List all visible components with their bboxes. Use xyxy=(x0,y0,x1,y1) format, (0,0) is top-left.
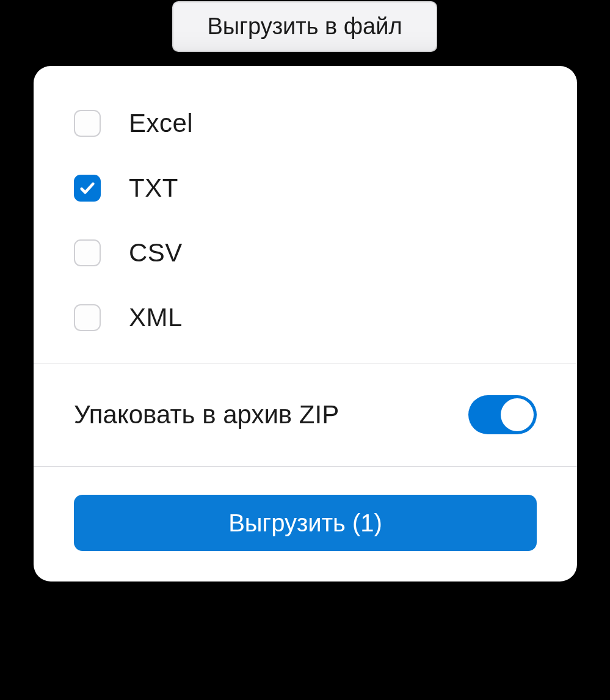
export-button[interactable]: Выгрузить (1) xyxy=(74,495,537,551)
format-row-txt: TXT xyxy=(74,173,537,203)
format-label-excel: Excel xyxy=(129,109,193,138)
checkmark-icon xyxy=(79,180,96,197)
format-row-csv: CSV xyxy=(74,238,537,268)
checkbox-csv[interactable] xyxy=(74,239,101,266)
zip-toggle[interactable] xyxy=(468,395,537,434)
format-label-xml: XML xyxy=(129,303,183,332)
export-to-file-button[interactable]: Выгрузить в файл xyxy=(172,1,437,52)
format-list: Excel TXT CSV XML xyxy=(34,109,577,332)
format-label-txt: TXT xyxy=(129,173,178,203)
checkbox-xml[interactable] xyxy=(74,304,101,331)
checkbox-excel[interactable] xyxy=(74,110,101,137)
dropdown-footer: Выгрузить (1) xyxy=(34,467,577,551)
zip-label: Упаковать в архив ZIP xyxy=(74,400,339,429)
toggle-knob xyxy=(501,398,534,431)
export-to-file-label: Выгрузить в файл xyxy=(207,13,402,40)
zip-row: Упаковать в архив ZIP xyxy=(34,363,577,466)
format-label-csv: CSV xyxy=(129,238,183,268)
export-button-label: Выгрузить (1) xyxy=(228,509,382,537)
checkbox-txt[interactable] xyxy=(74,175,101,202)
export-dropdown-panel: Excel TXT CSV XML Упаковать в архив ZIP xyxy=(34,66,577,582)
format-row-xml: XML xyxy=(74,303,537,332)
format-row-excel: Excel xyxy=(74,109,537,138)
